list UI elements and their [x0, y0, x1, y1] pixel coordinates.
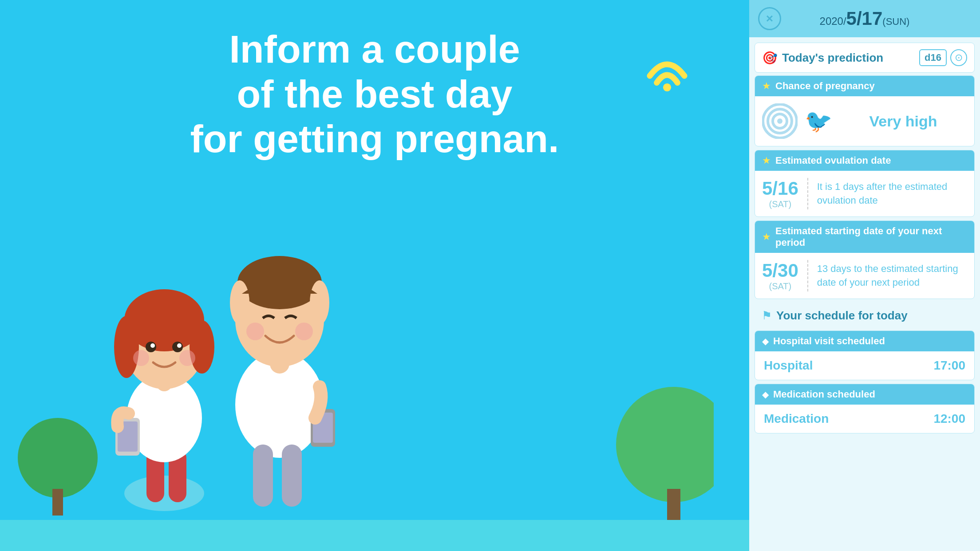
ovulation-card: ★ Estimated ovulation date 5/16 (SAT) It…	[755, 150, 975, 217]
wifi-icon	[638, 35, 696, 95]
prediction-bar-right: d16 ⊙	[919, 49, 967, 66]
illustration	[0, 240, 749, 551]
chance-content: 🐦 Very high	[755, 96, 974, 146]
star-icon-chance: ★	[762, 80, 771, 92]
prediction-bar-left: 🎯 Today's prediction	[762, 51, 883, 65]
schedule-item-name-1: Medication	[764, 412, 829, 426]
svg-point-3	[18, 418, 98, 498]
schedule-card-0: ◆ Hospital visit scheduled Hospital 17:0…	[755, 331, 975, 380]
main-title: Inform a couple of the best day for gett…	[190, 27, 559, 161]
next-period-header: ★ Estimated starting date of your next p…	[755, 221, 974, 253]
schedule-category-0: Hospital visit scheduled	[773, 335, 885, 347]
schedule-item-name-0: Hospital	[764, 358, 813, 373]
next-period-title: Estimated starting date of your next per…	[775, 225, 967, 248]
svg-rect-24	[282, 445, 302, 507]
diamond-icon-1: ◆	[762, 389, 769, 400]
svg-point-12	[114, 316, 139, 378]
ovulation-content: 5/16 (SAT) It is 1 days after the estima…	[755, 171, 974, 216]
schedule-items: ◆ Hospital visit scheduled Hospital 17:0…	[749, 331, 980, 433]
ovulation-date: 5/16	[762, 178, 798, 199]
chance-value: Very high	[839, 113, 967, 130]
next-period-content: 5/30 (SAT) 13 days to the estimated star…	[755, 253, 974, 299]
bird-icon: 🐦	[805, 108, 832, 134]
header-date: 2020/5/17(SUN)	[820, 8, 910, 29]
schedule-category-1: Medication scheduled	[773, 389, 875, 400]
svg-point-30	[246, 323, 264, 340]
svg-point-37	[777, 118, 782, 124]
close-button[interactable]: ×	[758, 7, 781, 30]
next-period-day: (SAT)	[762, 281, 798, 291]
diamond-icon-0: ◆	[762, 336, 769, 346]
app-header: × 2020/5/17(SUN)	[749, 0, 980, 37]
svg-rect-23	[253, 445, 273, 507]
next-period-card: ★ Estimated starting date of your next p…	[755, 220, 975, 299]
star-icon-ovulation: ★	[762, 155, 771, 166]
ovulation-description: It is 1 days after the estimated ovulati…	[817, 178, 967, 209]
svg-point-19	[179, 350, 195, 366]
schedule-header: ⚑ Your schedule for today	[755, 303, 975, 329]
header-year: 2020/	[820, 15, 846, 27]
right-content: 🎯 Today's prediction d16 ⊙ ★ Chance of p…	[749, 37, 980, 551]
prediction-bar: 🎯 Today's prediction d16 ⊙	[755, 43, 975, 73]
ovulation-date-block: 5/16 (SAT)	[762, 178, 808, 209]
next-period-date: 5/30	[762, 260, 798, 281]
flag-icon: ⚑	[762, 309, 772, 323]
next-period-description: 13 days to the estimated starting date o…	[817, 260, 967, 291]
svg-point-29	[310, 280, 329, 325]
schedule-card-header-1: ◆ Medication scheduled	[755, 384, 974, 405]
svg-point-0	[663, 83, 671, 91]
schedule-item-0: Hospital 17:00	[755, 351, 974, 380]
target-icon: 🎯	[762, 51, 778, 65]
svg-point-28	[230, 280, 249, 325]
svg-point-17	[177, 343, 182, 348]
svg-point-16	[150, 343, 155, 348]
left-panel: Inform a couple of the best day for gett…	[0, 0, 749, 551]
right-panel: × 2020/5/17(SUN) 🎯 Today's prediction d1…	[749, 0, 980, 551]
schedule-item-1: Medication 12:00	[755, 405, 974, 433]
header-month-day: 5/17	[846, 8, 883, 29]
settings-icon[interactable]: ⊙	[950, 49, 967, 66]
schedule-card-1: ◆ Medication scheduled Medication 12:00	[755, 384, 975, 433]
svg-rect-4	[52, 489, 63, 516]
schedule-item-time-0: 17:00	[933, 358, 965, 373]
chance-header: ★ Chance of pregnancy	[755, 76, 974, 96]
schedule-card-header-0: ◆ Hospital visit scheduled	[755, 331, 974, 351]
chance-card: ★ Chance of pregnancy 🐦 Very high	[755, 75, 975, 146]
svg-point-1	[616, 387, 714, 502]
svg-rect-2	[667, 489, 680, 524]
prediction-title: Today's prediction	[782, 51, 883, 65]
ovulation-title: Estimated ovulation date	[775, 155, 891, 166]
next-period-date-block: 5/30 (SAT)	[762, 260, 808, 291]
chance-title: Chance of pregnancy	[775, 80, 875, 92]
schedule-item-time-1: 12:00	[933, 412, 965, 426]
schedule-title: Your schedule for today	[776, 309, 908, 323]
bullseye-icon	[762, 103, 798, 139]
d-badge[interactable]: d16	[919, 49, 947, 66]
ovulation-header: ★ Estimated ovulation date	[755, 150, 974, 171]
star-icon-period: ★	[762, 231, 771, 243]
svg-point-18	[133, 350, 149, 366]
header-day-name: (SUN)	[882, 16, 909, 27]
svg-point-31	[295, 323, 313, 340]
ovulation-day: (SAT)	[762, 199, 798, 209]
